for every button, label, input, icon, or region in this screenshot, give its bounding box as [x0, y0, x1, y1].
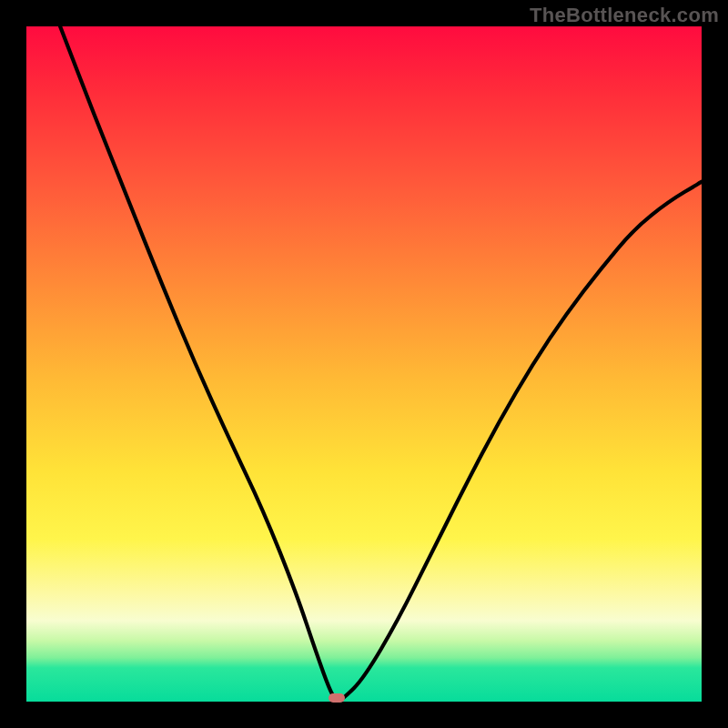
plot-area [26, 26, 702, 702]
bottleneck-curve [26, 26, 702, 702]
minimum-marker [329, 693, 345, 703]
watermark-text: TheBottleneck.com [530, 4, 719, 27]
chart-frame: TheBottleneck.com [0, 0, 728, 728]
